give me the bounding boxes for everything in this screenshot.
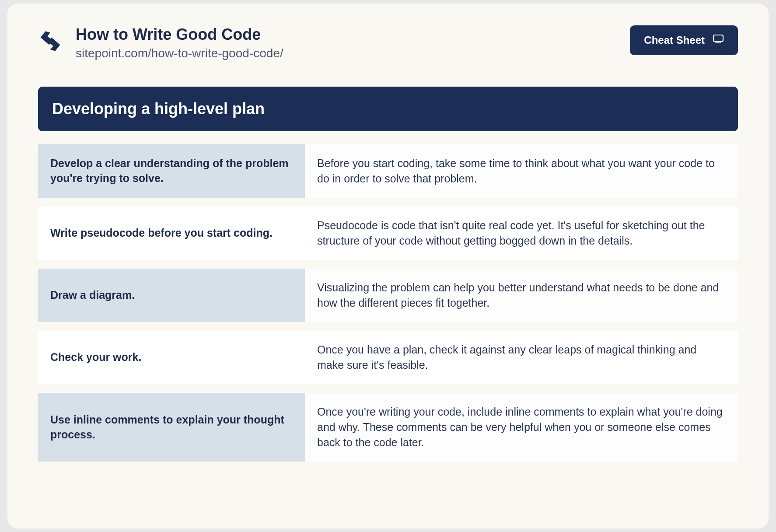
table-row: Write pseudocode before you start coding…	[38, 206, 738, 260]
section-heading: Developing a high-level plan	[38, 87, 738, 131]
header-left: How to Write Good Code sitepoint.com/how…	[38, 25, 283, 60]
sitepoint-logo-icon	[38, 29, 63, 53]
header: How to Write Good Code sitepoint.com/how…	[38, 25, 738, 60]
row-term: Develop a clear understanding of the pro…	[38, 144, 305, 198]
row-term: Use inline comments to explain your thou…	[38, 393, 305, 462]
row-term: Draw a diagram.	[38, 269, 305, 322]
row-desc: Pseudocode is code that isn't quite real…	[305, 206, 738, 260]
row-term: Check your work.	[38, 331, 305, 384]
title-block: How to Write Good Code sitepoint.com/how…	[76, 25, 283, 60]
page-title: How to Write Good Code	[76, 25, 283, 44]
table-row: Check your work. Once you have a plan, c…	[38, 331, 738, 384]
table-row: Draw a diagram. Visualizing the problem …	[38, 269, 738, 322]
row-term: Write pseudocode before you start coding…	[38, 206, 305, 260]
row-desc: Before you start coding, take some time …	[305, 144, 738, 198]
row-desc: Once you have a plan, check it against a…	[305, 331, 738, 384]
cheat-sheet-button-label: Cheat Sheet	[644, 34, 705, 46]
cheat-sheet-button[interactable]: Cheat Sheet	[630, 25, 738, 55]
table-row: Develop a clear understanding of the pro…	[38, 144, 738, 198]
table-row: Use inline comments to explain your thou…	[38, 393, 738, 462]
monitor-icon	[713, 34, 724, 46]
page-url: sitepoint.com/how-to-write-good-code/	[76, 46, 283, 60]
cheat-sheet-card: How to Write Good Code sitepoint.com/how…	[7, 4, 769, 528]
row-desc: Visualizing the problem can help you bet…	[305, 269, 738, 322]
row-desc: Once you're writing your code, include i…	[305, 393, 738, 462]
svg-rect-0	[713, 35, 723, 42]
